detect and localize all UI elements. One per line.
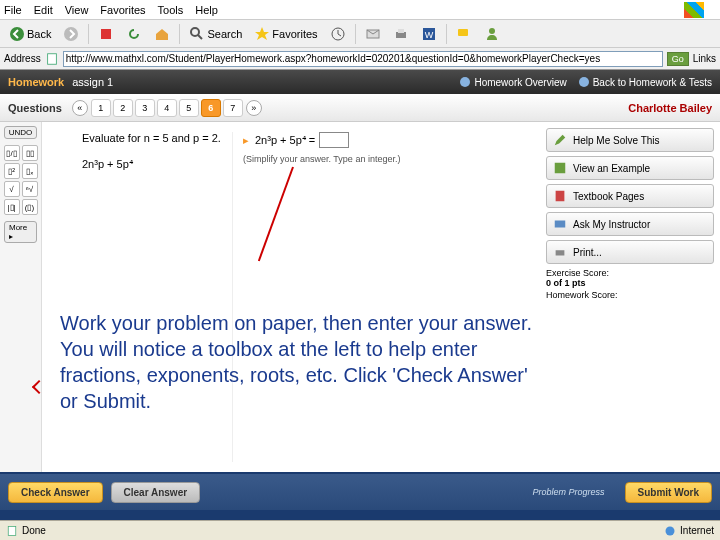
submit-work-button[interactable]: Submit Work xyxy=(625,482,712,503)
hw-overview-link[interactable]: Homework Overview xyxy=(460,77,566,88)
tool-exponent[interactable]: ▯² xyxy=(4,163,20,179)
question-6[interactable]: 6 xyxy=(201,99,221,117)
svg-rect-13 xyxy=(555,163,566,174)
forward-arrow-icon xyxy=(63,26,79,42)
homework-score-label: Homework Score: xyxy=(546,290,714,300)
ask-instructor-button[interactable]: Ask My Instructor xyxy=(546,212,714,236)
stop-icon xyxy=(98,26,114,42)
book-icon xyxy=(553,189,567,203)
question-4[interactable]: 4 xyxy=(157,99,177,117)
clear-answer-button[interactable]: Clear Answer xyxy=(111,482,201,503)
answer-marker-icon: ▸ xyxy=(243,134,249,147)
svg-point-3 xyxy=(191,28,199,36)
menu-view[interactable]: View xyxy=(65,4,89,16)
address-bar: Address Go Links xyxy=(0,48,720,70)
question-1[interactable]: 1 xyxy=(91,99,111,117)
question-2[interactable]: 2 xyxy=(113,99,133,117)
home-button[interactable] xyxy=(149,23,175,45)
address-label: Address xyxy=(4,53,41,64)
history-button[interactable] xyxy=(325,23,351,45)
question-3[interactable]: 3 xyxy=(135,99,155,117)
internet-zone-icon xyxy=(664,525,676,537)
check-answer-button[interactable]: Check Answer xyxy=(8,482,103,503)
svg-text:W: W xyxy=(424,30,433,40)
back-button[interactable]: Back xyxy=(4,23,56,45)
hw-label: Homework xyxy=(8,76,64,88)
stop-button[interactable] xyxy=(93,23,119,45)
refresh-button[interactable] xyxy=(121,23,147,45)
next-question-button[interactable]: » xyxy=(246,100,262,116)
question-bar: Questions « 1 2 3 4 5 6 7 » Charlotte Ba… xyxy=(0,94,720,122)
status-zone: Internet xyxy=(680,525,714,536)
tool-nroot[interactable]: ⁿ√ xyxy=(22,181,38,197)
menu-favorites[interactable]: Favorites xyxy=(100,4,145,16)
svg-rect-14 xyxy=(556,191,565,202)
discuss-button[interactable] xyxy=(451,23,477,45)
hw-back-link[interactable]: Back to Homework & Tests xyxy=(579,77,712,88)
status-bar: Done Internet xyxy=(0,520,720,540)
tool-paren[interactable]: (▯) xyxy=(22,199,38,215)
links-label[interactable]: Links xyxy=(693,53,716,64)
textbook-button[interactable]: Textbook Pages xyxy=(546,184,714,208)
menu-edit[interactable]: Edit xyxy=(34,4,53,16)
menu-file[interactable]: File xyxy=(4,4,22,16)
address-input[interactable] xyxy=(63,51,663,67)
history-icon xyxy=(330,26,346,42)
svg-rect-7 xyxy=(398,29,404,33)
mail-icon xyxy=(553,217,567,231)
favorites-label: Favorites xyxy=(272,28,317,40)
exercise-score-label: Exercise Score: xyxy=(546,268,714,278)
browser-toolbar: Back Search Favorites W xyxy=(0,20,720,48)
view-example-button[interactable]: View an Example xyxy=(546,156,714,180)
svg-point-11 xyxy=(489,28,495,34)
windows-logo-icon xyxy=(684,2,704,18)
svg-rect-10 xyxy=(458,29,468,36)
homework-header: Homework assign 1 Homework Overview Back… xyxy=(0,70,720,94)
help-solve-button[interactable]: Help Me Solve This xyxy=(546,128,714,152)
instruction-overlay: Work your problem on paper, then enter y… xyxy=(60,310,540,414)
home-icon xyxy=(154,26,170,42)
back-arrow-icon xyxy=(9,26,25,42)
favorites-button[interactable]: Favorites xyxy=(249,23,322,45)
svg-rect-17 xyxy=(8,526,16,535)
menu-help[interactable]: Help xyxy=(195,4,218,16)
tool-subscript[interactable]: ▯ₓ xyxy=(22,163,38,179)
undo-button[interactable]: UNDO xyxy=(4,126,38,139)
edit-button[interactable]: W xyxy=(416,23,442,45)
discuss-icon xyxy=(456,26,472,42)
menu-tools[interactable]: Tools xyxy=(158,4,184,16)
menu-bar: File Edit View Favorites Tools Help xyxy=(0,0,720,20)
svg-rect-16 xyxy=(556,250,565,255)
refresh-icon xyxy=(126,26,142,42)
print-button-side[interactable]: Print... xyxy=(546,240,714,264)
hw-title: assign 1 xyxy=(72,76,113,88)
page-done-icon xyxy=(6,525,18,537)
question-5[interactable]: 5 xyxy=(179,99,199,117)
tool-mixed[interactable]: ▯▯ xyxy=(22,145,38,161)
messenger-button[interactable] xyxy=(479,23,505,45)
search-button[interactable]: Search xyxy=(184,23,247,45)
exercise-score-value: 0 of 1 pts xyxy=(546,278,714,288)
question-7[interactable]: 7 xyxy=(223,99,243,117)
problem-area: Evaluate for n = 5 and p = 2. 2n³p + 5p⁴… xyxy=(42,122,540,472)
status-done: Done xyxy=(22,525,46,536)
prev-question-button[interactable]: « xyxy=(72,100,88,116)
answer-prefix: 2n³p + 5p⁴ = xyxy=(255,134,315,147)
tool-abs[interactable]: |▯| xyxy=(4,199,20,215)
go-button[interactable]: Go xyxy=(667,52,689,66)
dot-icon xyxy=(460,77,470,87)
star-icon xyxy=(254,26,270,42)
forward-button[interactable] xyxy=(58,23,84,45)
workspace: UNDO ▯/▯▯▯ ▯²▯ₓ √ⁿ√ |▯|(▯) More ▸ Evalua… xyxy=(0,122,720,472)
svg-point-0 xyxy=(10,27,24,41)
print-button[interactable] xyxy=(388,23,414,45)
student-name: Charlotte Bailey xyxy=(628,102,712,114)
tool-fraction[interactable]: ▯/▯ xyxy=(4,145,20,161)
mail-button[interactable] xyxy=(360,23,386,45)
svg-rect-15 xyxy=(555,221,566,228)
more-tools-button[interactable]: More ▸ xyxy=(4,221,37,243)
svg-rect-12 xyxy=(47,53,56,64)
answer-input[interactable] xyxy=(319,132,349,148)
tool-sqrt[interactable]: √ xyxy=(4,181,20,197)
problem-expression: 2n³p + 5p⁴ xyxy=(82,158,232,171)
